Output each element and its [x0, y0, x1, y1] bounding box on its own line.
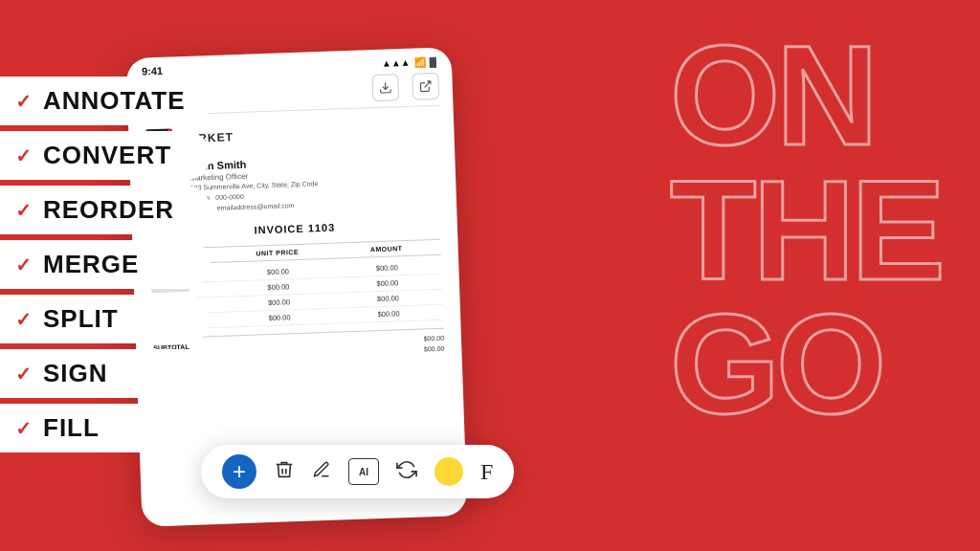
- wifi-icon: 📶: [413, 56, 425, 67]
- amount-1: $00.00: [332, 261, 441, 274]
- delete-button[interactable]: [274, 459, 295, 484]
- col-unit-price: UNIT PRICE: [223, 247, 332, 257]
- label-text-split: SPLIT: [43, 304, 119, 334]
- check-icon-fill: ✓: [15, 417, 32, 440]
- font-button[interactable]: F: [480, 459, 493, 485]
- label-text-merge: MERGE: [43, 250, 139, 279]
- unit-price-4: $00.00: [225, 311, 334, 323]
- edit-button[interactable]: [312, 460, 331, 483]
- label-sign: ✓ SIGN: [0, 349, 211, 398]
- label-text-reorder: REORDER: [43, 195, 174, 225]
- label-merge: ✓ MERGE: [0, 240, 211, 289]
- label-reorder: ✓ REORDER: [0, 186, 211, 234]
- label-text-convert: CONVERT: [43, 141, 171, 170]
- headline-line-2: THE: [670, 164, 942, 298]
- label-split: ✓ SPLIT: [0, 295, 211, 343]
- color-button[interactable]: [434, 457, 463, 486]
- font-icon: F: [480, 459, 493, 484]
- status-icons: ▲▲▲ 📶 ▓: [382, 55, 436, 68]
- unit-price-2: $00.00: [224, 280, 333, 293]
- label-text-annotate: ANNOTATE: [43, 86, 186, 116]
- feature-labels: ✓ ANNOTATE ✓ CONVERT ✓ REORDER ✓ MERGE ✓…: [0, 77, 211, 452]
- share-btn[interactable]: [412, 73, 439, 100]
- unit-price-1: $00.00: [223, 265, 332, 277]
- label-convert: ✓ CONVERT: [0, 131, 211, 180]
- add-button[interactable]: +: [222, 454, 256, 489]
- check-icon-split: ✓: [15, 308, 32, 331]
- label-text-fill: FILL: [43, 413, 100, 443]
- check-icon-convert: ✓: [15, 144, 32, 167]
- ai-button[interactable]: AI: [348, 458, 379, 485]
- signal-icon: ▲▲▲: [382, 56, 411, 68]
- check-icon-annotate: ✓: [15, 90, 32, 113]
- label-annotate: ✓ ANNOTATE: [0, 77, 211, 125]
- battery-icon: ▓: [429, 55, 436, 66]
- label-fill: ✓ FILL: [0, 404, 211, 452]
- tax-value: $00.00: [424, 344, 445, 352]
- check-icon-sign: ✓: [15, 363, 32, 386]
- floating-toolbar: + AI F: [201, 445, 514, 498]
- col-amount: AMOUNT: [332, 243, 441, 253]
- subtotal-value: $00.00: [423, 334, 444, 342]
- check-icon-merge: ✓: [15, 253, 32, 276]
- status-time: 9:41: [142, 65, 163, 77]
- refresh-button[interactable]: [396, 459, 417, 484]
- amount-4: $00.00: [334, 307, 443, 320]
- check-icon-reorder: ✓: [15, 199, 32, 222]
- amount-3: $00.00: [333, 292, 442, 304]
- plus-icon: +: [233, 460, 246, 483]
- download-btn[interactable]: [371, 74, 399, 101]
- headline: ON THE GO: [670, 29, 942, 432]
- label-text-sign: SIGN: [43, 359, 108, 388]
- headline-line-3: GO: [670, 298, 942, 432]
- unit-price-3: $00.00: [224, 296, 333, 308]
- ai-label: AI: [359, 467, 368, 477]
- amount-2: $00.00: [333, 276, 442, 289]
- headline-line-1: ON: [670, 29, 942, 164]
